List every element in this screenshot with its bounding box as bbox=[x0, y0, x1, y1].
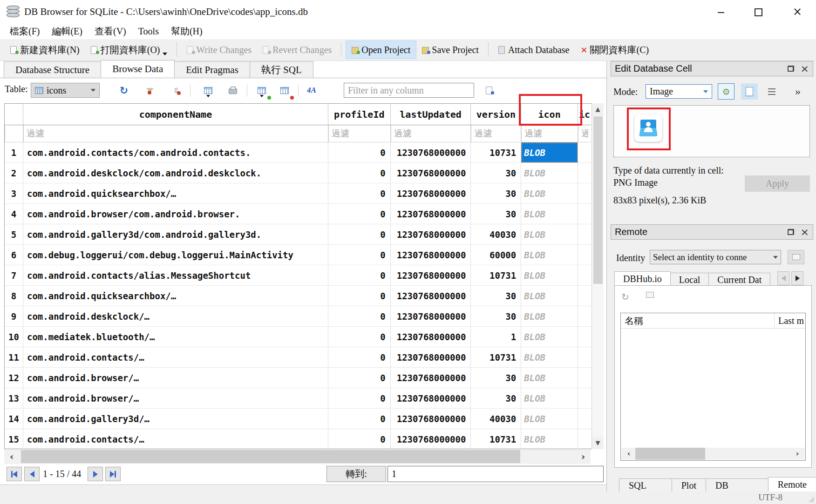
row-number[interactable]: 9 bbox=[5, 306, 23, 327]
row-number[interactable]: 15 bbox=[5, 429, 23, 450]
menu-tools[interactable]: Tools bbox=[132, 23, 165, 39]
row-number[interactable]: 12 bbox=[5, 368, 23, 388]
cell-ic-partial[interactable] bbox=[578, 306, 591, 327]
cell-componentName[interactable]: com.android.contacts/com.android.contact… bbox=[23, 142, 328, 163]
goto-input[interactable] bbox=[388, 466, 604, 482]
cell-ic-partial[interactable] bbox=[578, 388, 591, 409]
cell-icon-blob[interactable]: BLOB bbox=[521, 204, 578, 224]
row-number[interactable]: 1 bbox=[5, 142, 23, 163]
remote-clone-database-icon[interactable] bbox=[646, 291, 654, 302]
cell-icon-blob[interactable]: BLOB bbox=[521, 347, 578, 368]
cell-componentName[interactable]: com.android.browser/com.android.browser. bbox=[23, 204, 328, 224]
open-database-dropdown-icon[interactable] bbox=[163, 53, 167, 58]
cell-icon-blob[interactable]: BLOB bbox=[521, 388, 578, 409]
cell-lastUpdated[interactable]: 1230768000000 bbox=[391, 142, 471, 163]
grid-vertical-scrollbar[interactable]: ▲ ▼ bbox=[592, 103, 604, 449]
cell-lastUpdated[interactable]: 1230768000000 bbox=[391, 286, 471, 306]
row-number[interactable]: 13 bbox=[5, 388, 23, 409]
filter-icon[interactable] bbox=[521, 125, 578, 142]
cell-componentName[interactable]: com.android.browser/… bbox=[23, 388, 328, 409]
cell-lastUpdated[interactable]: 1230768000000 bbox=[391, 245, 471, 265]
tab-scroll-right-button[interactable] bbox=[791, 271, 803, 285]
cell-version[interactable]: 10731 bbox=[471, 347, 521, 368]
cell-icon-blob[interactable]: BLOB bbox=[521, 183, 578, 204]
maximize-button[interactable] bbox=[745, 0, 771, 23]
minimize-button[interactable] bbox=[708, 0, 734, 23]
open-project-button[interactable]: Open Project bbox=[346, 40, 416, 59]
row-number[interactable]: 11 bbox=[5, 347, 23, 368]
last-page-button[interactable] bbox=[105, 467, 121, 481]
refresh-button[interactable]: ↻ bbox=[116, 83, 132, 98]
cell-icon-blob[interactable]: BLOB bbox=[521, 286, 578, 306]
close-panel-icon[interactable]: × bbox=[801, 66, 809, 72]
cell-lastUpdated[interactable]: 1230768000000 bbox=[391, 204, 471, 224]
horizontal-scroll-thumb[interactable] bbox=[21, 450, 520, 463]
cell-componentName[interactable]: com.android.deskclock/… bbox=[23, 306, 328, 327]
cell-lastUpdated[interactable]: 1230768000000 bbox=[391, 388, 471, 409]
row-number[interactable]: 7 bbox=[5, 265, 23, 286]
clear-filters-button[interactable] bbox=[142, 83, 158, 98]
cell-componentName[interactable]: com.android.gallery3d/… bbox=[23, 409, 328, 429]
name-column-header[interactable]: 名稱 bbox=[621, 313, 775, 328]
remote-refresh-icon[interactable]: ↻ bbox=[621, 291, 629, 302]
delete-record-button[interactable] bbox=[277, 83, 292, 98]
cell-profileId[interactable]: 0 bbox=[328, 183, 391, 204]
scroll-left-icon[interactable]: ‹ bbox=[621, 448, 636, 463]
scroll-right-icon[interactable]: › bbox=[790, 448, 805, 463]
find-button[interactable] bbox=[482, 83, 497, 98]
filter-ic-partial[interactable] bbox=[578, 125, 591, 142]
cell-lastUpdated[interactable]: 1230768000000 bbox=[391, 347, 471, 368]
cell-profileId[interactable]: 0 bbox=[328, 388, 391, 409]
cell-ic-partial[interactable] bbox=[578, 224, 591, 245]
cell-icon-blob[interactable]: BLOB bbox=[521, 306, 578, 327]
cell-icon-blob[interactable]: BLOB bbox=[521, 368, 578, 388]
cell-lastUpdated[interactable]: 1230768000000 bbox=[391, 368, 471, 388]
row-number[interactable]: 8 bbox=[5, 286, 23, 306]
encoding-indicator[interactable]: UTF-8 bbox=[758, 491, 782, 504]
cell-lastUpdated[interactable]: 1230768000000 bbox=[391, 429, 471, 450]
row-number[interactable]: 10 bbox=[5, 327, 23, 347]
cell-componentName[interactable]: com.android.browser/… bbox=[23, 368, 328, 388]
scroll-up-icon[interactable]: ▲ bbox=[592, 103, 604, 115]
attach-database-button[interactable]: Attach Database bbox=[493, 41, 575, 59]
cell-icon-blob[interactable]: BLOB bbox=[521, 163, 578, 183]
cell-version[interactable]: 40030 bbox=[471, 224, 521, 245]
tab-edit-pragmas[interactable]: Edit Pragmas bbox=[174, 61, 250, 78]
grid-horizontal-scrollbar[interactable]: ‹ › bbox=[4, 449, 591, 464]
cell-profileId[interactable]: 0 bbox=[328, 306, 391, 327]
header-version[interactable]: version bbox=[471, 104, 521, 125]
cell-ic-partial[interactable] bbox=[578, 429, 591, 450]
cell-icon-blob[interactable]: BLOB bbox=[521, 265, 578, 286]
tab-db-schema[interactable]: DB Schema bbox=[706, 478, 768, 492]
tab-dbhub[interactable]: DBHub.io bbox=[614, 271, 671, 287]
open-database-button[interactable]: 打開資料庫(O) bbox=[85, 41, 173, 59]
cell-version[interactable]: 30 bbox=[471, 388, 521, 409]
scroll-right-icon[interactable]: › bbox=[576, 449, 591, 464]
cell-ic-partial[interactable] bbox=[578, 327, 591, 347]
tab-sql-log[interactable]: SQL Log bbox=[619, 478, 672, 492]
clear-sort-button[interactable]: ⇳ bbox=[168, 83, 184, 98]
tab-plot[interactable]: Plot bbox=[672, 478, 706, 492]
filter-input[interactable] bbox=[24, 125, 328, 142]
cell-icon-blob[interactable]: BLOB bbox=[521, 327, 578, 347]
cell-profileId[interactable]: 0 bbox=[328, 286, 391, 306]
cell-version[interactable]: 30 bbox=[471, 286, 521, 306]
save-results-dropdown-icon[interactable] bbox=[206, 95, 210, 99]
last-modified-column-header[interactable]: Last m bbox=[775, 313, 805, 328]
more-tools-button[interactable]: » bbox=[789, 83, 806, 100]
filter-version[interactable] bbox=[471, 125, 521, 142]
float-panel-icon[interactable] bbox=[788, 66, 794, 72]
cell-icon-blob[interactable]: BLOB bbox=[521, 224, 578, 245]
cell-componentName[interactable]: com.android.quicksearchbox/… bbox=[23, 183, 328, 204]
insert-record-dropdown-icon[interactable] bbox=[260, 95, 264, 99]
filter-lastUpdated[interactable] bbox=[391, 125, 471, 142]
cell-lastUpdated[interactable]: 1230768000000 bbox=[391, 163, 471, 183]
cell-componentName[interactable]: com.android.deskclock/com.android.deskcl… bbox=[23, 163, 328, 183]
tab-current-database[interactable]: Current Dat bbox=[708, 273, 770, 287]
filter-componentName[interactable] bbox=[23, 125, 328, 142]
menu-file[interactable]: 檔案(F) bbox=[4, 23, 46, 39]
filter-input[interactable] bbox=[329, 125, 390, 142]
cell-profileId[interactable]: 0 bbox=[328, 409, 391, 429]
menu-view[interactable]: 查看(V) bbox=[88, 23, 132, 39]
cell-ic-partial[interactable] bbox=[578, 163, 591, 183]
